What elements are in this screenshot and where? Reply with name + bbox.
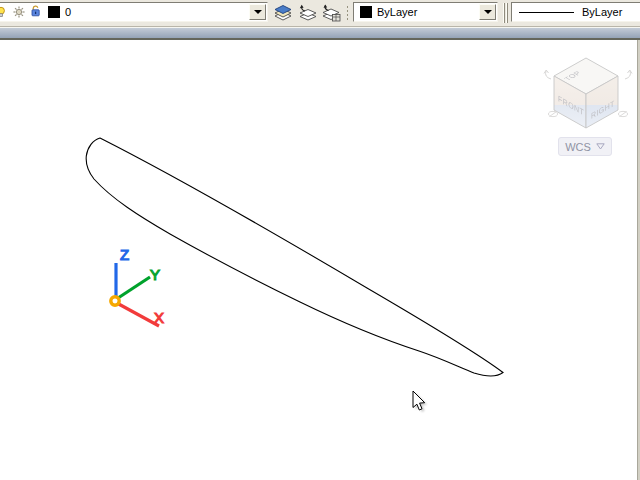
make-object-layer-current-button[interactable] — [295, 2, 319, 24]
layers-stack-icon — [273, 4, 293, 22]
lightbulb-on-icon — [0, 6, 7, 18]
wcs-label: WCS — [565, 141, 591, 153]
color-dropdown-arrow-icon — [484, 10, 492, 14]
viewcube-orbit-left-icon[interactable] — [549, 111, 558, 116]
wcs-dropdown-arrow-icon — [596, 143, 605, 150]
viewcube-orbit-right-icon[interactable] — [619, 111, 628, 116]
toolbar-grip[interactable] — [503, 3, 509, 23]
color-dropdown-button[interactable] — [479, 4, 496, 20]
layer-dropdown-arrow-icon — [254, 10, 262, 14]
viewcube-rotate-left-icon[interactable] — [544, 70, 551, 79]
toolbar-grip[interactable] — [344, 4, 349, 22]
layer-combo[interactable]: 0 — [0, 2, 268, 22]
layer-properties-manager-button[interactable] — [271, 2, 295, 24]
layer-dropdown-button[interactable] — [249, 4, 266, 20]
color-value: ByLayer — [377, 6, 417, 19]
linetype-value: ByLayer — [582, 6, 622, 19]
viewcube-rotate-right-icon[interactable] — [625, 70, 632, 79]
viewcube[interactable]: TOP FRONT RIGHT — [542, 48, 634, 134]
linetype-combo[interactable]: ByLayer — [511, 2, 640, 22]
linetype-sample — [519, 12, 574, 13]
color-combo[interactable]: ByLayer — [353, 2, 498, 22]
layer-previous-icon — [321, 4, 341, 22]
wcs-button[interactable]: WCS — [558, 137, 612, 156]
unlock-icon — [30, 5, 42, 17]
layer-color-swatch — [48, 6, 60, 18]
drawing-window-frame — [0, 27, 640, 40]
color-swatch — [360, 6, 372, 18]
make-layer-current-icon — [297, 4, 317, 22]
layer-name: 0 — [65, 6, 71, 19]
autocad-window: { "toolbar": { "layer_combo": { "value":… — [0, 0, 640, 480]
toolbar: 0 ByLay — [0, 0, 640, 27]
sun-freeze-icon — [13, 6, 25, 18]
layer-previous-button[interactable] — [319, 2, 343, 24]
